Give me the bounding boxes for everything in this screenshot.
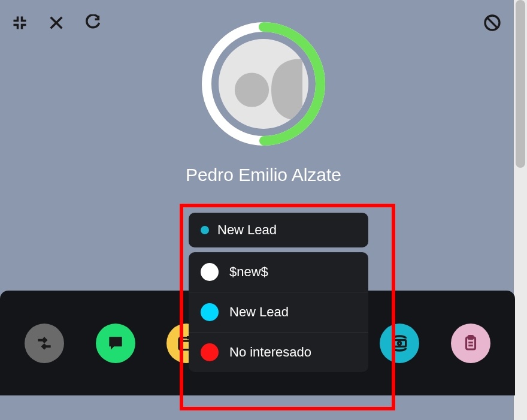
cash-cycle-icon <box>390 334 409 353</box>
status-option-label: New Lead <box>229 304 289 320</box>
clipboard-icon <box>462 334 480 352</box>
transfer-button[interactable] <box>25 324 64 363</box>
status-dot-icon <box>201 263 219 281</box>
status-dot-icon <box>201 226 209 234</box>
avatar <box>219 39 308 129</box>
status-option-label: No interesado <box>229 345 311 360</box>
status-option[interactable]: New Lead <box>189 292 368 332</box>
person-icon <box>225 51 302 129</box>
status-dropdown-trigger[interactable]: New Lead <box>189 213 368 247</box>
arrows-exchange-icon <box>35 334 54 353</box>
status-dot-icon <box>201 343 219 361</box>
status-dot-icon <box>201 303 219 321</box>
status-dropdown: New Lead $new$ New Lead No interesado <box>189 213 368 372</box>
clipboard-button[interactable] <box>451 324 490 363</box>
status-dropdown-list: $new$ New Lead No interesado <box>189 252 368 372</box>
status-option[interactable]: $new$ <box>189 252 368 292</box>
status-option-label: $new$ <box>229 264 268 280</box>
progress-ring <box>198 18 329 150</box>
contact-name: Pedro Emilio Alzate <box>186 165 341 185</box>
status-option[interactable]: No interesado <box>189 332 368 372</box>
chat-icon <box>106 334 125 353</box>
svg-point-3 <box>235 72 269 107</box>
svg-point-6 <box>398 342 401 345</box>
status-selected-label: New Lead <box>217 222 277 238</box>
profile-section: Pedro Emilio Alzate <box>0 18 527 185</box>
chat-button[interactable] <box>96 324 135 363</box>
payment-button[interactable] <box>380 324 419 363</box>
